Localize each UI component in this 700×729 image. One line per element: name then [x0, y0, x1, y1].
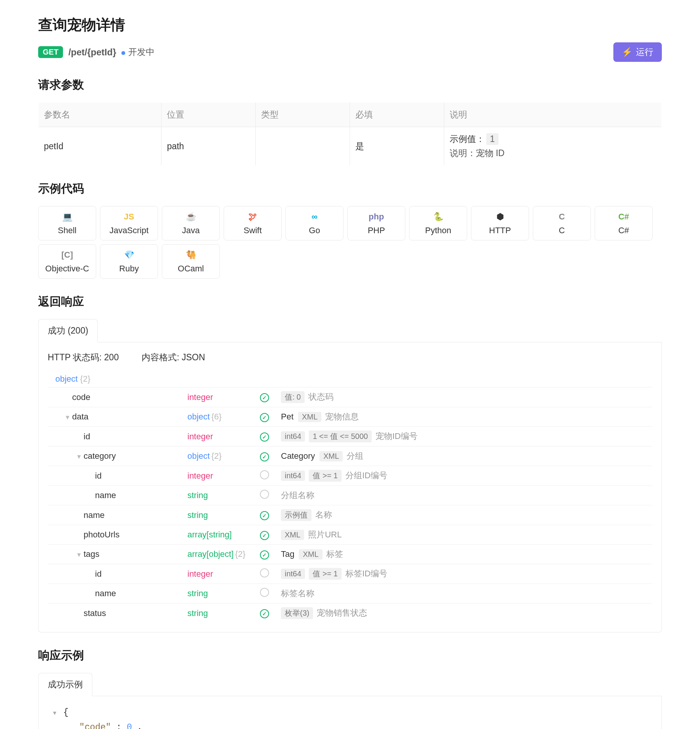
- lang-tab-c[interactable]: CC: [533, 206, 591, 240]
- lang-tab-swift[interactable]: 🕊Swift: [224, 206, 282, 240]
- lang-tab-java[interactable]: ☕Java: [162, 206, 220, 240]
- field-name: ▼category: [48, 447, 185, 466]
- section-request-params: 请求参数: [38, 77, 662, 93]
- field-required: ✓: [258, 427, 279, 447]
- lang-label: Ruby: [103, 264, 155, 274]
- lang-icon: 💎: [103, 249, 155, 261]
- lang-icon: php: [351, 211, 402, 223]
- run-button[interactable]: ⚡ 运行: [613, 42, 662, 62]
- lang-tab-shell[interactable]: 💻Shell: [38, 206, 96, 240]
- lang-label: Java: [165, 226, 216, 235]
- lang-icon: 💻: [42, 211, 93, 223]
- field-type: string: [185, 603, 258, 623]
- method-badge: GET: [38, 46, 63, 58]
- lang-tab-python[interactable]: 🐍Python: [409, 206, 467, 240]
- field-required: ✓: [258, 525, 279, 545]
- field-desc: PetXML宠物信息: [279, 407, 652, 427]
- field-required: ✓: [258, 407, 279, 427]
- field-name: photoUrls: [48, 525, 185, 545]
- field-type: array[string]: [185, 525, 258, 545]
- field-name: id: [48, 466, 185, 486]
- field-required: [258, 564, 279, 584]
- param-required: 是: [350, 127, 444, 166]
- param-in: path: [161, 127, 256, 166]
- lang-icon: C: [536, 211, 587, 223]
- example-tab-success[interactable]: 成功示例: [38, 673, 92, 696]
- param-type: [256, 127, 350, 166]
- field-name: ▼tags: [48, 545, 185, 564]
- lang-tab-php[interactable]: phpPHP: [347, 206, 405, 240]
- schema-row[interactable]: idintegerint64值 >= 1标签ID编号: [48, 564, 652, 584]
- required-icon: ✓: [260, 550, 269, 560]
- schema-root[interactable]: object {2}: [48, 371, 652, 387]
- lang-label: Shell: [42, 226, 93, 235]
- col-desc: 说明: [444, 103, 661, 127]
- schema-row[interactable]: namestring标签名称: [48, 584, 652, 603]
- lang-tab-go[interactable]: ∞Go: [285, 206, 344, 240]
- field-type: integer: [185, 564, 258, 584]
- schema-row[interactable]: ▼categoryobject{2}✓CategoryXML分组: [48, 447, 652, 466]
- field-required: [258, 486, 279, 505]
- schema-row[interactable]: idinteger✓int641 <= 值 <= 5000宠物ID编号: [48, 427, 652, 447]
- field-type: string: [185, 486, 258, 505]
- schema-row[interactable]: namestring分组名称: [48, 486, 652, 505]
- field-desc: 枚举(3)宠物销售状态: [279, 603, 652, 623]
- lang-tab-c[interactable]: C#C#: [595, 206, 653, 240]
- code-language-tabs: 💻ShellJSJavaScript☕Java🕊Swift∞GophpPHP🐍P…: [38, 206, 662, 279]
- lightning-icon: ⚡: [622, 47, 633, 57]
- lang-label: JavaScript: [103, 226, 155, 235]
- field-desc: XML照片URL: [279, 525, 652, 545]
- field-name: name: [48, 584, 185, 603]
- lang-icon: 🕊: [227, 211, 278, 223]
- required-icon: ✓: [260, 609, 269, 618]
- schema-row[interactable]: ▼dataobject{6}✓PetXML宠物信息: [48, 407, 652, 427]
- field-name: id: [48, 564, 185, 584]
- col-required: 必填: [350, 103, 444, 127]
- lang-tab-ocaml[interactable]: 🐫OCaml: [162, 244, 220, 279]
- lang-icon: C#: [598, 211, 649, 223]
- field-type: string: [185, 584, 258, 603]
- required-icon: ✓: [260, 511, 269, 520]
- field-type: object{6}: [185, 407, 258, 427]
- field-required: ✓: [258, 545, 279, 564]
- params-table: 参数名 位置 类型 必填 说明 petId path 是 示例值：1 说明：宠物…: [38, 102, 662, 166]
- schema-row[interactable]: idintegerint64值 >= 1分组ID编号: [48, 466, 652, 486]
- lang-icon: ⬢: [474, 211, 526, 223]
- lang-tab-http[interactable]: ⬢HTTP: [471, 206, 529, 240]
- lang-label: C#: [598, 226, 649, 235]
- lang-tab-ruby[interactable]: 💎Ruby: [100, 244, 158, 279]
- schema-row[interactable]: photoUrlsarray[string]✓XML照片URL: [48, 525, 652, 545]
- http-status: HTTP 状态码: 200: [48, 352, 119, 363]
- field-desc: int64值 >= 1分组ID编号: [279, 466, 652, 486]
- schema-row[interactable]: ▼tagsarray[object]{2}✓TagXML标签: [48, 545, 652, 564]
- required-icon: ✓: [260, 393, 269, 402]
- field-type: integer: [185, 427, 258, 447]
- field-name: status: [48, 603, 185, 623]
- lang-label: OCaml: [165, 264, 216, 274]
- field-type: integer: [185, 387, 258, 407]
- schema-row[interactable]: codeinteger✓值: 0状态码: [48, 387, 652, 407]
- param-name: petId: [39, 127, 161, 166]
- field-required: ✓: [258, 447, 279, 466]
- param-row: petId path 是 示例值：1 说明：宠物 ID: [39, 127, 662, 166]
- required-icon: ✓: [260, 432, 269, 442]
- field-desc: TagXML标签: [279, 545, 652, 564]
- required-icon: ✓: [260, 452, 269, 461]
- section-response: 返回响应: [38, 294, 662, 310]
- lang-tab-objectivec[interactable]: [C]Objective-C: [38, 244, 96, 279]
- field-desc: int641 <= 值 <= 5000宠物ID编号: [279, 427, 652, 447]
- page-title: 查询宠物详情: [38, 15, 662, 35]
- lang-icon: ∞: [289, 211, 340, 223]
- lang-icon: 🐫: [165, 249, 216, 261]
- schema-row[interactable]: statusstring✓枚举(3)宠物销售状态: [48, 603, 652, 623]
- schema-row[interactable]: namestring✓示例值名称: [48, 505, 652, 525]
- response-tab-success[interactable]: 成功 (200): [38, 319, 98, 342]
- field-name: id: [48, 427, 185, 447]
- col-type: 类型: [256, 103, 350, 127]
- field-type: string: [185, 505, 258, 525]
- lang-icon: ☕: [165, 211, 216, 223]
- param-desc: 示例值：1 说明：宠物 ID: [444, 127, 661, 166]
- col-in: 位置: [161, 103, 256, 127]
- lang-tab-javascript[interactable]: JSJavaScript: [100, 206, 158, 240]
- lang-label: Objective-C: [42, 264, 93, 274]
